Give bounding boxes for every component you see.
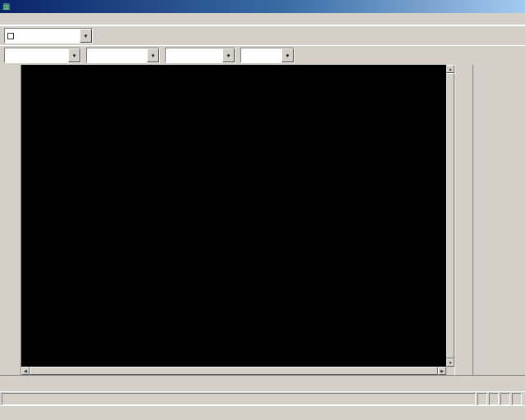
- scroll-left-icon[interactable]: ◀: [21, 367, 30, 375]
- via-size-selector[interactable]: ▼: [86, 48, 160, 63]
- scroll-down-icon[interactable]: ▼: [446, 358, 454, 367]
- vertical-scrollbar[interactable]: ▲ ▼: [446, 65, 454, 367]
- pcb-viewport[interactable]: ▲ ▼ ◀ ▶: [21, 65, 454, 375]
- chevron-down-icon[interactable]: ▼: [80, 29, 92, 43]
- grid-size-selector[interactable]: ▼: [165, 48, 235, 63]
- chevron-down-icon[interactable]: ▼: [68, 48, 80, 62]
- status-units: [512, 393, 522, 405]
- status-delta: [500, 393, 510, 405]
- chevron-down-icon[interactable]: ▼: [222, 48, 235, 62]
- status-message: [2, 393, 476, 405]
- status-bar-coords: [0, 391, 525, 405]
- zoom-selector[interactable]: ▼: [240, 48, 294, 63]
- scroll-right-icon[interactable]: ▶: [438, 367, 446, 375]
- title-bar: ▦: [0, 0, 525, 13]
- pcb-canvas[interactable]: [21, 65, 446, 367]
- status-bar-counts: [0, 375, 525, 391]
- scrollbar-corner: [446, 367, 454, 375]
- main-area: ▲ ▼ ◀ ▶: [0, 65, 525, 375]
- app-icon: ▦: [2, 2, 12, 11]
- toolbar-params: ▼ ▼ ▼ ▼: [0, 45, 525, 65]
- horizontal-scroll-thumb[interactable]: [30, 367, 438, 375]
- visibles-title: [474, 66, 524, 70]
- chevron-down-icon[interactable]: ▼: [147, 48, 159, 62]
- toolbar-top: ▼: [0, 25, 525, 45]
- left-toolbar: [0, 65, 21, 375]
- layer-color-swatch: [7, 33, 14, 39]
- status-bar-empty: [0, 405, 525, 420]
- menu-bar: [0, 13, 525, 25]
- layer-selector[interactable]: ▼: [4, 28, 93, 43]
- track-width-selector[interactable]: ▼: [4, 48, 81, 63]
- scroll-up-icon[interactable]: ▲: [446, 65, 454, 73]
- vertical-scroll-thumb[interactable]: [446, 73, 454, 358]
- status-zoom: [477, 393, 487, 405]
- status-position: [489, 393, 499, 405]
- visibles-panel: [472, 65, 525, 375]
- horizontal-scrollbar[interactable]: ◀ ▶: [21, 367, 446, 375]
- right-toolbar: [454, 65, 472, 375]
- chevron-down-icon[interactable]: ▼: [281, 48, 294, 62]
